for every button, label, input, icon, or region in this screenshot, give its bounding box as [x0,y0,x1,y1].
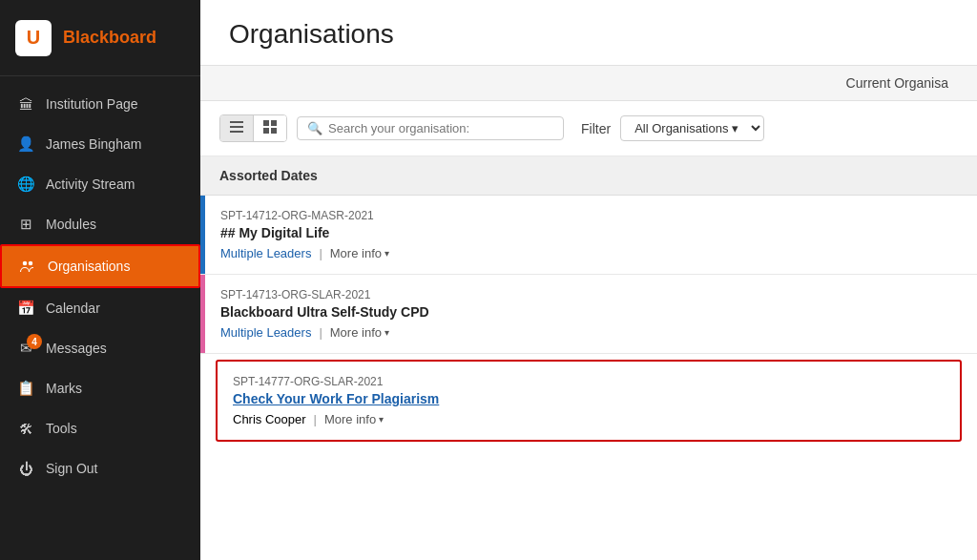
section-label: Assorted Dates [219,168,318,183]
filter-select[interactable]: All Organisations ▾ [620,115,764,141]
search-input[interactable] [328,121,553,135]
leader-name: Chris Cooper [233,412,306,426]
content-area: Current Organisa 🔍 Filter All Organisati… [200,66,977,560]
sidebar-item-messages[interactable]: ✉ 4 Messages [0,328,200,368]
sidebar-item-institution[interactable]: 🏛 Institution Page [0,84,200,124]
messages-badge: 4 [27,334,42,349]
svg-rect-6 [271,120,277,126]
search-box: 🔍 [297,116,564,140]
more-info-link[interactable]: More info ▾ [330,325,389,340]
org-code: SPT-14777-ORG-SLAR-2021 [233,375,945,388]
sidebar-header: U Blackboard [0,0,200,76]
activity-icon: 🌐 [15,174,36,195]
institution-icon: 🏛 [15,93,36,114]
org-name: Blackboard Ultra Self-Study CPD [220,304,962,320]
chevron-down-icon: ▾ [385,248,389,259]
leaders-link[interactable]: Multiple Leaders [220,325,311,340]
brand-logo: U [15,20,52,56]
svg-rect-2 [230,121,243,123]
svg-point-1 [29,261,33,266]
signout-icon: ⏻ [15,458,36,479]
sidebar-item-label: Messages [46,341,107,356]
sidebar-item-label: Organisations [48,259,130,274]
svg-rect-5 [263,120,269,126]
org-content: SPT-14713-ORG-SLAR-2021 Blackboard Ultra… [205,275,977,353]
sidebar-item-label: Institution Page [46,96,138,112]
sidebar-item-label: Calendar [46,301,100,316]
sidebar-item-label: James Bingham [46,136,141,152]
svg-rect-3 [230,126,243,128]
org-item-highlighted: SPT-14777-ORG-SLAR-2021 Check Your Work … [216,360,962,442]
sidebar-item-label: Activity Stream [46,176,135,192]
sidebar-item-organisations[interactable]: Organisations [0,244,200,288]
toolbar: 🔍 Filter All Organisations ▾ [200,101,977,156]
page-title: Organisations [229,19,948,50]
sidebar-item-modules[interactable]: ⊞ Modules [0,204,200,244]
org-item: SPT-14713-ORG-SLAR-2021 Blackboard Ultra… [200,275,977,354]
marks-icon: 📋 [15,378,36,399]
calendar-icon: 📅 [15,298,36,319]
svg-rect-7 [263,128,269,134]
search-icon: 🔍 [307,121,322,135]
organisations-icon [17,256,38,277]
current-org-bar: Current Organisa [200,66,977,101]
org-content: SPT-14712-ORG-MASR-2021 ## My Digital Li… [205,196,977,274]
user-icon: 👤 [15,134,36,155]
tools-icon: 🛠 [15,418,36,439]
grid-view-button[interactable] [254,115,286,141]
brand-name: Blackboard [63,28,156,48]
more-info-link[interactable]: More info ▾ [324,412,384,426]
svg-rect-8 [271,128,277,134]
main-content: Organisations Current Organisa 🔍 Filter … [200,0,977,560]
filter-label: Filter [581,121,611,136]
sidebar-item-activity[interactable]: 🌐 Activity Stream [0,164,200,204]
org-meta: Multiple Leaders | More info ▾ [220,246,962,260]
list-view-button[interactable] [220,115,254,141]
current-org-label: Current Organisa [846,75,948,91]
org-code: SPT-14713-ORG-SLAR-2021 [220,288,962,301]
sidebar-item-signout[interactable]: ⏻ Sign Out [0,448,200,488]
sidebar-item-marks[interactable]: 📋 Marks [0,368,200,408]
sidebar: U Blackboard 🏛 Institution Page 👤 James … [0,0,200,560]
sidebar-item-label: Marks [46,381,82,396]
chevron-down-icon: ▾ [379,414,384,425]
org-name-link[interactable]: Check Your Work For Plagiarism [233,391,439,406]
org-list: SPT-14712-ORG-MASR-2021 ## My Digital Li… [200,196,977,447]
modules-icon: ⊞ [15,214,36,235]
org-content: SPT-14777-ORG-SLAR-2021 Check Your Work … [218,362,960,440]
org-name: Check Your Work For Plagiarism [233,391,945,406]
org-name: ## My Digital Life [220,225,962,240]
sidebar-item-james[interactable]: 👤 James Bingham [0,124,200,164]
section-header: Assorted Dates [200,156,977,196]
sidebar-item-label: Sign Out [46,461,97,476]
org-meta: Chris Cooper | More info ▾ [233,412,945,426]
more-info-link[interactable]: More info ▾ [330,246,389,260]
org-item: SPT-14712-ORG-MASR-2021 ## My Digital Li… [200,196,977,275]
sidebar-item-calendar[interactable]: 📅 Calendar [0,288,200,328]
sidebar-item-label: Tools [46,421,77,436]
sidebar-item-tools[interactable]: 🛠 Tools [0,408,200,448]
org-code: SPT-14712-ORG-MASR-2021 [220,209,962,222]
org-meta: Multiple Leaders | More info ▾ [220,325,962,340]
page-header: Organisations [200,0,977,66]
logo-char: U [27,27,40,49]
leaders-link[interactable]: Multiple Leaders [220,246,311,260]
sidebar-item-label: Modules [46,217,96,232]
view-toggle [219,114,287,142]
svg-rect-4 [230,131,243,133]
sidebar-nav: 🏛 Institution Page 👤 James Bingham 🌐 Act… [0,76,200,560]
svg-point-0 [23,261,28,266]
chevron-down-icon: ▾ [385,327,389,338]
